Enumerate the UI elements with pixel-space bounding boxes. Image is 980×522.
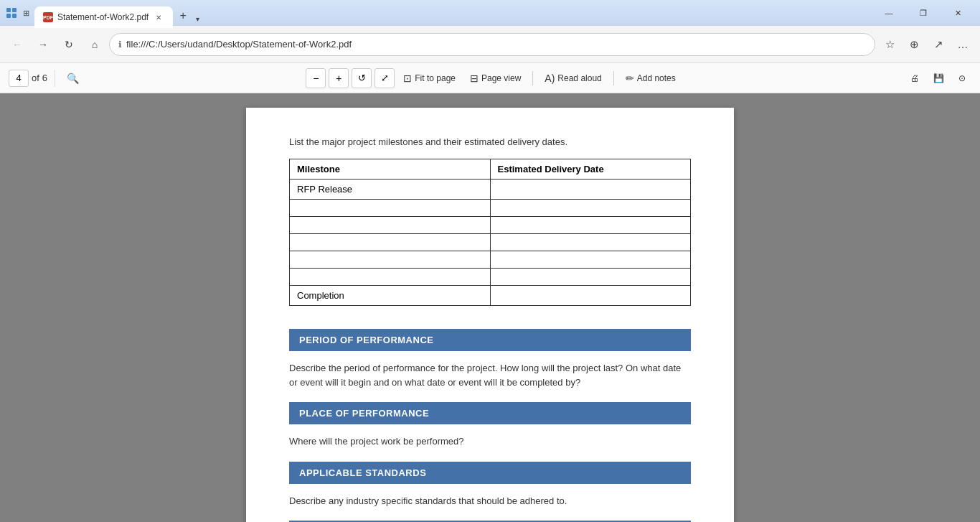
- window-controls: — ❐ ✕: [872, 1, 974, 24]
- table-row: [290, 217, 691, 234]
- svg-rect-3: [12, 14, 17, 18]
- page-of: of: [32, 73, 39, 83]
- page-number-input[interactable]: [9, 70, 29, 87]
- search-pdf-button[interactable]: 🔍: [62, 68, 83, 88]
- window-icons: ⊞: [6, 7, 32, 19]
- security-icon: ℹ: [118, 39, 122, 50]
- tab-close-button[interactable]: ✕: [153, 11, 164, 23]
- browser-icon: [6, 7, 17, 19]
- maximize-button[interactable]: ❐: [907, 1, 940, 24]
- page-total: 6: [42, 73, 47, 83]
- applicable-standards-text: Describe any industry specific standards…: [289, 494, 691, 508]
- milestone-cell: RFP Release: [290, 180, 491, 200]
- tab-bar: PDF Statement-of-Work2.pdf ✕ + ▾: [34, 0, 870, 26]
- milestone-cell: Completion: [290, 286, 491, 306]
- new-tab-button[interactable]: +: [173, 6, 193, 26]
- milestone-table: Milestone Estimated Delivery Date RFP Re…: [289, 159, 691, 306]
- milestone-cell: [290, 200, 491, 217]
- page-info: of 6: [9, 70, 47, 87]
- save-icon: 💾: [933, 73, 944, 83]
- period-of-performance-text: Describe the period of performance for t…: [289, 361, 691, 389]
- page-view-icon: ⊟: [470, 73, 479, 84]
- table-row: Completion: [290, 286, 691, 306]
- pdf-tab-icon: PDF: [43, 12, 53, 22]
- read-aloud-icon: A): [545, 73, 555, 84]
- delivery-cell: [490, 200, 691, 217]
- table-row: [290, 200, 691, 217]
- active-tab[interactable]: PDF Statement-of-Work2.pdf ✕: [34, 6, 173, 28]
- place-of-performance-text: Where will the project work be performed…: [289, 434, 691, 449]
- new-tab-icon[interactable]: ⊞: [20, 7, 32, 19]
- refresh-button[interactable]: ↻: [57, 33, 80, 56]
- close-button[interactable]: ✕: [941, 1, 974, 24]
- period-of-performance-header: PERIOD OF PERFORMANCE: [289, 329, 691, 351]
- settings-button[interactable]: …: [951, 33, 974, 56]
- page-view-button[interactable]: ⊟ Page view: [464, 70, 527, 87]
- add-notes-icon: ✏: [626, 73, 634, 84]
- col1-header: Milestone: [290, 159, 491, 180]
- delivery-cell: [490, 286, 691, 306]
- more-tools-icon: ⊙: [958, 73, 966, 83]
- milestone-cell: [290, 234, 491, 251]
- milestone-intro-text: List the major project milestones and th…: [289, 136, 691, 147]
- tab-list-button[interactable]: ▾: [193, 12, 202, 26]
- table-row: [290, 269, 691, 286]
- print-button[interactable]: 🖨: [905, 70, 925, 86]
- minimize-button[interactable]: —: [872, 1, 905, 24]
- reset-zoom-button[interactable]: ↺: [352, 68, 372, 88]
- print-icon: 🖨: [910, 73, 919, 83]
- table-row: RFP Release: [290, 180, 691, 200]
- pdf-page: List the major project milestones and th…: [246, 108, 734, 522]
- pdf-toolbar: of 6 🔍 − + ↺ ⤢ ⊡ Fit to page ⊟ Page view…: [0, 63, 980, 93]
- delivery-cell: [490, 234, 691, 251]
- browser-toolbar-right: ☆ ⊕ ↗ …: [878, 33, 974, 56]
- delivery-cell: [490, 251, 691, 269]
- forward-button[interactable]: →: [32, 33, 55, 56]
- delivery-cell: [490, 269, 691, 286]
- applicable-standards-header: APPLICABLE STANDARDS: [289, 462, 691, 484]
- address-bar: ← → ↻ ⌂ ℹ ☆ ⊕ ↗ …: [0, 26, 980, 63]
- svg-rect-2: [6, 14, 11, 18]
- table-row: [290, 234, 691, 251]
- place-of-performance-header: PLACE OF PERFORMANCE: [289, 402, 691, 424]
- address-bar-input-wrap: ℹ: [109, 33, 875, 56]
- toolbar-divider-1: [55, 70, 55, 87]
- pdf-viewer-area: List the major project milestones and th…: [0, 93, 980, 522]
- toolbar-pipe-1: [532, 71, 533, 85]
- favorites-button[interactable]: ☆: [878, 33, 901, 56]
- delivery-cell: [490, 217, 691, 234]
- svg-rect-0: [6, 8, 11, 12]
- fit-to-page-button[interactable]: ⊡ Fit to page: [397, 70, 461, 87]
- zoom-in-button[interactable]: +: [329, 68, 349, 88]
- read-aloud-button[interactable]: A) Read aloud: [539, 70, 607, 87]
- reading-list-button[interactable]: ⊕: [903, 33, 925, 56]
- pdf-toolbar-center: − + ↺ ⤢ ⊡ Fit to page ⊟ Page view A) Rea…: [85, 68, 902, 88]
- page-view-label: Page view: [481, 73, 521, 83]
- fit-to-page-icon: ⊡: [403, 73, 412, 84]
- fit-to-page-label: Fit to page: [415, 73, 456, 83]
- title-bar: ⊞ PDF Statement-of-Work2.pdf ✕ + ▾ — ❐ ✕: [0, 0, 980, 26]
- fullscreen-button[interactable]: ⤢: [374, 68, 395, 88]
- tab-title: Statement-of-Work2.pdf: [57, 12, 149, 22]
- milestone-cell: [290, 217, 491, 234]
- milestone-cell: [290, 251, 491, 269]
- home-button[interactable]: ⌂: [83, 33, 106, 56]
- read-aloud-label: Read aloud: [557, 73, 601, 83]
- more-tools-button[interactable]: ⊙: [953, 70, 971, 86]
- delivery-cell: [490, 180, 691, 200]
- col2-header: Estimated Delivery Date: [490, 159, 691, 180]
- pdf-toolbar-right: 🖨 💾 ⊙: [905, 70, 971, 86]
- toolbar-pipe-2: [613, 71, 614, 85]
- add-notes-button[interactable]: ✏ Add notes: [620, 70, 682, 87]
- table-row: [290, 251, 691, 269]
- back-button[interactable]: ←: [6, 33, 29, 56]
- zoom-out-button[interactable]: −: [306, 68, 326, 88]
- save-button[interactable]: 💾: [928, 70, 950, 86]
- svg-rect-1: [12, 8, 17, 12]
- url-input[interactable]: [126, 39, 866, 50]
- milestone-cell: [290, 269, 491, 286]
- share-button[interactable]: ↗: [927, 33, 950, 56]
- add-notes-label: Add notes: [637, 73, 676, 83]
